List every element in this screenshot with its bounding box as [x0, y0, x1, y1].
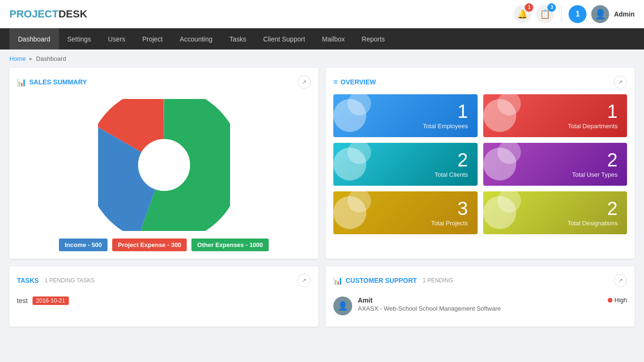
- priority-label: High: [614, 296, 627, 304]
- sales-summary-title: 📊 SALES SUMMARY: [17, 78, 87, 87]
- svg-point-3: [138, 139, 190, 191]
- nav-item-accounting[interactable]: Accounting: [171, 28, 221, 49]
- support-priority: High: [608, 296, 627, 304]
- logo-project: PROJECT: [9, 8, 58, 20]
- overview-title: ≡ OVERVIEW: [333, 78, 376, 86]
- nav-item-tasks[interactable]: Tasks: [221, 28, 255, 49]
- notification-badge: 1: [525, 3, 533, 12]
- customer-support-expand-button[interactable]: ↗: [614, 274, 627, 287]
- logo: PROJECTDESK: [9, 8, 87, 20]
- message-badge: 3: [547, 3, 556, 12]
- stat-total-departments: 1 Total Departments: [483, 94, 627, 137]
- chart-icon: 📊: [17, 78, 26, 87]
- total-user-types-number: 2: [607, 150, 618, 169]
- pie-legend: Income - 500 Project Expense - 300 Other…: [59, 239, 269, 251]
- message-wrap[interactable]: 📋 3: [536, 5, 554, 23]
- top-row: 📊 SALES SUMMARY ↗ Inco: [9, 68, 635, 259]
- bottom-row: TASKS 1 pending tasks ↗ test 2016-10-21 …: [9, 266, 635, 327]
- main-nav: Dashboard Settings Users Project Account…: [0, 28, 644, 49]
- main-content: 📊 SALES SUMMARY ↗ Inco: [0, 68, 644, 344]
- avatar-icon[interactable]: 👤: [591, 5, 609, 23]
- nav-item-users[interactable]: Users: [99, 28, 134, 49]
- customer-support-title: 📊 CUSTOMER SUPPORT 1 pending: [333, 276, 453, 285]
- notification-bell-wrap[interactable]: 🔔 1: [513, 5, 531, 23]
- nav-item-settings[interactable]: Settings: [59, 28, 100, 49]
- total-departments-label: Total Departments: [568, 123, 618, 130]
- total-designations-label: Total Designations: [568, 220, 618, 227]
- overview-header: ≡ OVERVIEW ↗: [333, 75, 627, 89]
- stat-total-clients: 2 Total Clients: [333, 143, 478, 186]
- pie-chart: [98, 99, 230, 231]
- nav-item-mailbox[interactable]: Mailbox: [314, 28, 353, 49]
- total-clients-label: Total Clients: [435, 171, 468, 178]
- task-name: test: [17, 297, 28, 304]
- tasks-pending-label: 1 pending tasks: [44, 277, 94, 284]
- priority-dot: [608, 298, 612, 303]
- logo-desk: DESK: [58, 8, 87, 20]
- total-projects-number: 3: [457, 199, 468, 218]
- legend-income: Income - 500: [59, 239, 107, 251]
- sales-summary-card: 📊 SALES SUMMARY ↗ Inco: [9, 68, 318, 259]
- nav-item-project[interactable]: Project: [134, 28, 172, 49]
- breadcrumb: Home ► Dashboard: [0, 49, 644, 68]
- nav-item-client-support[interactable]: Client Support: [255, 28, 314, 49]
- stat-total-user-types: 2 Total User Types: [483, 143, 627, 186]
- breadcrumb-separator: ►: [29, 56, 33, 61]
- list-icon: ≡: [333, 78, 338, 86]
- user-badge[interactable]: 1: [569, 5, 586, 23]
- breadcrumb-current: Dashboard: [36, 55, 66, 62]
- support-item: 👤 Amit AXASX - Web-School School Managem…: [333, 293, 627, 319]
- support-description: AXASX - Web-School School Management Sof…: [358, 305, 602, 312]
- total-employees-label: Total Employees: [423, 123, 468, 130]
- tasks-title: TASKS 1 pending tasks: [17, 277, 95, 284]
- header: PROJECTDESK 🔔 1 📋 3 1 👤 Admin: [0, 0, 644, 28]
- sales-summary-header: 📊 SALES SUMMARY ↗: [17, 75, 311, 89]
- support-pending-label: 1 pending: [422, 277, 453, 284]
- legend-project-expense: Project Expense - 300: [112, 239, 187, 251]
- tasks-card: TASKS 1 pending tasks ↗ test 2016-10-21: [9, 266, 318, 327]
- customer-support-header: 📊 CUSTOMER SUPPORT 1 pending ↗: [333, 274, 627, 287]
- stat-total-projects: 3 Total Projects: [333, 191, 478, 234]
- nav-item-reports[interactable]: Reports: [353, 28, 393, 49]
- task-date: 2016-10-21: [33, 296, 69, 305]
- support-chart-icon: 📊: [333, 276, 343, 285]
- support-info: Amit AXASX - Web-School School Managemen…: [358, 296, 602, 312]
- sales-summary-expand-button[interactable]: ↗: [297, 75, 311, 89]
- support-avatar: 👤: [333, 296, 352, 315]
- breadcrumb-home[interactable]: Home: [9, 55, 26, 62]
- total-user-types-label: Total User Types: [572, 171, 618, 178]
- customer-support-card: 📊 CUSTOMER SUPPORT 1 pending ↗ 👤 Amit AX…: [326, 266, 635, 327]
- legend-other-expenses: Other Expenses - 1000: [191, 239, 268, 251]
- total-projects-label: Total Projects: [431, 220, 468, 227]
- total-designations-number: 2: [607, 199, 618, 218]
- overview-grid: 1 Total Employees 1 Total Departments 2 …: [333, 94, 627, 234]
- total-departments-number: 1: [607, 102, 618, 121]
- total-employees-number: 1: [457, 102, 468, 121]
- tasks-expand-button[interactable]: ↗: [297, 274, 311, 287]
- support-name: Amit: [358, 296, 602, 304]
- header-divider: [561, 6, 561, 22]
- overview-expand-button[interactable]: ↗: [614, 75, 627, 89]
- nav-item-dashboard[interactable]: Dashboard: [9, 28, 59, 49]
- stat-total-employees: 1 Total Employees: [333, 94, 478, 137]
- admin-label: Admin: [614, 10, 635, 18]
- header-right: 🔔 1 📋 3 1 👤 Admin: [513, 5, 635, 23]
- overview-card: ≡ OVERVIEW ↗ 1 Total Employees 1 Total D…: [326, 68, 635, 259]
- stat-total-designations: 2 Total Designations: [483, 191, 627, 234]
- total-clients-number: 2: [457, 150, 468, 169]
- tasks-header: TASKS 1 pending tasks ↗: [17, 274, 311, 287]
- pie-chart-container: Income - 500 Project Expense - 300 Other…: [17, 94, 311, 251]
- task-item: test 2016-10-21: [17, 293, 311, 309]
